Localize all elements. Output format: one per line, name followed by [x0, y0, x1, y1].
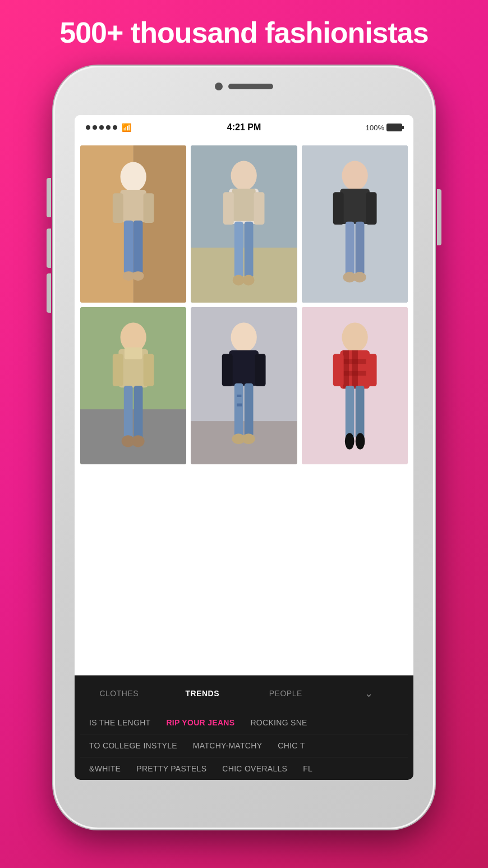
battery-fill	[388, 125, 401, 130]
svg-rect-5	[113, 193, 123, 223]
svg-rect-29	[355, 222, 364, 275]
tag-chic-t[interactable]: CHIC T	[270, 739, 312, 752]
svg-rect-39	[124, 386, 133, 439]
svg-rect-17	[254, 192, 265, 225]
wifi-icon: 📶	[122, 123, 131, 132]
tags-row-3: &WHITE PRETTY PASTELS CHIC OVERALLS FL	[75, 757, 413, 780]
svg-rect-62	[340, 371, 370, 376]
svg-rect-59	[343, 350, 349, 389]
svg-point-3	[121, 162, 146, 192]
phone-screen: 📶 4:21 PM 100%	[75, 115, 413, 780]
nav-tab-trends[interactable]: TRENDS	[161, 675, 245, 711]
nav-tab-clothes[interactable]: CLOTHES	[77, 675, 161, 711]
svg-rect-44	[191, 421, 297, 464]
svg-rect-64	[366, 354, 376, 386]
svg-point-21	[243, 275, 255, 286]
phone-mockup: 📶 4:21 PM 100%	[53, 66, 435, 829]
phone-top-elements	[215, 83, 273, 90]
grid-image-1[interactable]	[80, 145, 186, 303]
front-camera	[215, 83, 223, 90]
svg-rect-40	[134, 386, 143, 439]
tags-row-2: TO COLLEGE INSTYLE MATCHY-MATCHY CHIC T	[75, 734, 413, 757]
svg-point-68	[355, 433, 365, 449]
earpiece	[228, 84, 273, 89]
image-grid	[75, 140, 413, 675]
signal-dot-2	[93, 125, 97, 130]
svg-rect-36	[125, 348, 142, 359]
grid-image-6[interactable]	[302, 307, 408, 464]
svg-point-67	[344, 433, 354, 449]
svg-rect-25	[340, 189, 370, 224]
svg-rect-60	[352, 350, 358, 389]
svg-rect-6	[144, 193, 154, 223]
svg-rect-65	[345, 386, 354, 439]
tag-rip-your-jeans[interactable]: RIP YOUR JEANS	[158, 716, 242, 729]
chevron-down-icon: ⌄	[365, 687, 373, 700]
tag-chic-overalls[interactable]: CHIC OVERALLS	[214, 762, 295, 775]
svg-rect-8	[133, 221, 143, 274]
svg-rect-15	[232, 189, 256, 221]
tag-rocking-sne[interactable]: ROCKING SNE	[242, 716, 315, 729]
tag-fl[interactable]: FL	[295, 762, 320, 775]
svg-rect-49	[234, 383, 243, 437]
svg-rect-19	[245, 222, 254, 278]
nav-tab-trends-label: TRENDS	[185, 689, 219, 698]
svg-rect-37	[113, 354, 123, 386]
tags-section: IS THE LENGHT RIP YOUR JEANS ROCKING SNE…	[75, 711, 413, 780]
svg-rect-66	[355, 386, 364, 439]
tag-and-white[interactable]: &WHITE	[81, 762, 128, 775]
bottom-nav: CLOTHES TRENDS PEOPLE ⌄	[75, 675, 413, 711]
grid-image-2[interactable]	[191, 145, 297, 303]
svg-rect-4	[121, 190, 146, 222]
svg-point-13	[231, 161, 257, 191]
svg-point-31	[353, 272, 366, 282]
svg-rect-50	[237, 395, 241, 397]
svg-rect-26	[333, 192, 343, 225]
svg-rect-16	[223, 192, 234, 225]
phone-frame: 📶 4:21 PM 100%	[53, 66, 435, 829]
battery-percent: 100%	[366, 124, 384, 132]
tag-matchy-matchy[interactable]: MATCHY-MATCHY	[185, 739, 270, 752]
svg-rect-47	[222, 354, 233, 386]
svg-point-57	[342, 323, 367, 353]
svg-rect-51	[237, 404, 242, 406]
status-time: 4:21 PM	[227, 122, 261, 133]
grid-image-3[interactable]	[302, 145, 408, 303]
signal-dot-1	[86, 125, 90, 130]
svg-rect-12	[191, 248, 297, 303]
svg-point-45	[231, 323, 257, 353]
nav-tab-people-label: PEOPLE	[269, 689, 302, 698]
grid-image-4[interactable]	[80, 307, 186, 464]
tag-pretty-pastels[interactable]: PRETTY PASTELS	[128, 762, 214, 775]
svg-rect-18	[234, 222, 243, 278]
status-bar: 📶 4:21 PM 100%	[75, 115, 413, 140]
svg-rect-28	[345, 222, 354, 275]
tag-to-college[interactable]: TO COLLEGE INSTYLE	[81, 739, 185, 752]
nav-tab-more[interactable]: ⌄	[328, 675, 411, 711]
svg-rect-52	[245, 383, 254, 437]
svg-point-54	[242, 433, 255, 444]
svg-rect-33	[80, 409, 186, 464]
tag-is-the-lenght[interactable]: IS THE LENGHT	[81, 716, 158, 729]
headline-text: 500+ thousand fashionistas	[0, 0, 488, 60]
svg-rect-38	[144, 354, 154, 386]
tags-row-1: IS THE LENGHT RIP YOUR JEANS ROCKING SNE	[75, 711, 413, 734]
status-signal: 📶	[86, 123, 131, 132]
svg-rect-63	[333, 354, 343, 386]
signal-dot-4	[106, 125, 111, 130]
nav-tab-clothes-label: CLOTHES	[99, 689, 139, 698]
grid-image-5[interactable]	[191, 307, 297, 464]
status-battery: 100%	[366, 124, 402, 132]
svg-rect-27	[366, 192, 376, 225]
signal-dot-3	[99, 125, 104, 130]
svg-point-42	[132, 436, 145, 447]
svg-rect-61	[340, 359, 370, 364]
svg-point-10	[132, 271, 144, 281]
svg-rect-7	[124, 221, 133, 274]
svg-point-24	[342, 161, 367, 191]
nav-tab-people[interactable]: PEOPLE	[244, 675, 328, 711]
signal-dot-5	[113, 125, 117, 130]
svg-rect-46	[229, 350, 259, 386]
svg-rect-48	[255, 354, 266, 386]
battery-icon	[386, 124, 402, 131]
